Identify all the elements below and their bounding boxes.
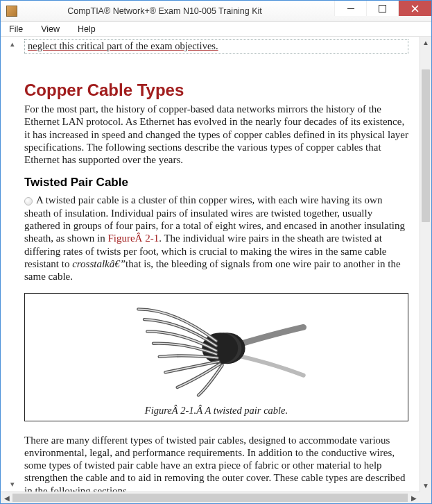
figure-reference-link[interactable]: FigureÂ 2-1 [107, 233, 159, 244]
subsection-heading: Twisted Pair Cable [24, 176, 410, 190]
window-controls [334, 1, 431, 21]
scrollbar-corner [420, 492, 431, 503]
nav-prev-icon[interactable]: ▴ [10, 40, 15, 49]
maximize-button[interactable] [366, 1, 398, 16]
menu-file[interactable]: File [5, 23, 27, 35]
minimize-button[interactable] [334, 1, 366, 16]
close-button[interactable] [398, 1, 431, 16]
app-window: CompTIA® Network+® Exam N10-005 Training… [0, 0, 432, 504]
hscroll-track[interactable] [12, 492, 408, 503]
vertical-scrollbar[interactable]: ▲ ▼ [420, 37, 431, 492]
cable-types-paragraph: There are many different types of twiste… [24, 434, 410, 492]
scroll-right-button[interactable]: ▶ [408, 492, 420, 503]
twisted-pair-cable-illustration [31, 299, 402, 403]
content-row: ▴ neglect this critical part of the exam… [1, 37, 431, 492]
twisted-pair-paragraph: A twisted pair cable is a cluster of thi… [24, 194, 410, 283]
previous-section-fragment: neglect this critical part of the exam o… [24, 39, 408, 54]
bottom-scroll-row: ◀ ▶ [1, 492, 431, 503]
intro-paragraph: For the most part, the history of copper… [24, 103, 410, 166]
figure-caption: FigureÂ 2-1.Â A twisted pair cable. [31, 405, 402, 417]
nav-next-icon[interactable]: ▾ [10, 480, 15, 489]
app-icon [6, 6, 17, 17]
content-pane: ▴ neglect this critical part of the exam… [1, 37, 420, 492]
disc-icon [24, 197, 33, 205]
section-heading: Copper Cable Types [24, 81, 410, 100]
scroll-track[interactable] [420, 49, 431, 480]
title-bar[interactable]: CompTIA® Network+® Exam N10-005 Training… [1, 1, 431, 22]
crosstalk-term: crosstalkâ€” [72, 258, 126, 269]
horizontal-scrollbar[interactable]: ◀ ▶ [1, 492, 420, 503]
menu-help[interactable]: Help [74, 23, 100, 35]
scroll-left-button[interactable]: ◀ [1, 492, 12, 503]
menu-view[interactable]: View [37, 23, 64, 35]
scroll-thumb[interactable] [422, 69, 430, 222]
svg-point-2 [202, 333, 238, 364]
scroll-down-button[interactable]: ▼ [420, 480, 431, 492]
menu-bar: File View Help [1, 22, 431, 37]
figure-container: FigureÂ 2-1.Â A twisted pair cable. [24, 293, 408, 421]
hscroll-thumb[interactable] [12, 494, 408, 502]
window-title: CompTIA® Network+® Exam N10-005 Training… [23, 6, 334, 16]
scroll-up-button[interactable]: ▲ [420, 37, 431, 49]
document-body: Copper Cable Types For the most part, th… [1, 54, 420, 492]
